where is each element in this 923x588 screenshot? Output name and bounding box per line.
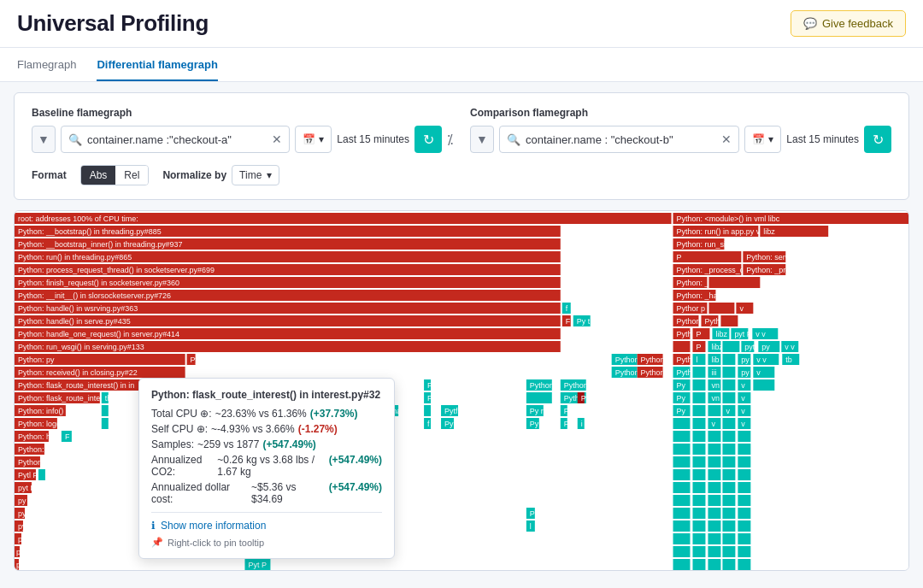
svg-rect-93 xyxy=(708,354,720,365)
svg-rect-77 xyxy=(758,341,779,352)
svg-rect-130 xyxy=(692,379,705,391)
svg-text:tho  lina: tho lina xyxy=(105,394,130,403)
svg-rect-91 xyxy=(692,354,705,365)
svg-rect-204 xyxy=(722,431,735,442)
svg-rect-281 xyxy=(738,546,750,557)
svg-rect-191 xyxy=(692,418,705,429)
svg-rect-264 xyxy=(15,520,23,532)
format-rel-button[interactable]: Rel xyxy=(115,166,148,185)
svg-rect-251 xyxy=(722,508,735,519)
comparison-refresh-button[interactable]: ↻ xyxy=(864,126,891,153)
baseline-time-label: Last 15 minutes xyxy=(337,133,409,145)
svg-rect-290 xyxy=(738,559,750,570)
baseline-section: Baseline flamegraph ▼ 🔍 ✕ 📅 ▾ Last 15 mi… xyxy=(32,107,453,153)
svg-rect-72 xyxy=(708,341,720,352)
svg-rect-192 xyxy=(708,418,720,429)
svg-rect-261 xyxy=(708,520,720,532)
svg-rect-146 xyxy=(578,392,585,403)
svg-rect-249 xyxy=(692,508,705,519)
svg-rect-139 xyxy=(102,392,109,403)
baseline-clear-icon[interactable]: ✕ xyxy=(272,132,282,146)
normalize-dropdown[interactable]: Time ▾ xyxy=(232,165,279,185)
svg-rect-210 xyxy=(708,444,720,455)
svg-rect-153 xyxy=(722,392,735,403)
svg-rect-278 xyxy=(692,546,705,557)
tabs-bar: Flamegraph Differential flamegraph xyxy=(0,48,923,82)
svg-rect-188 xyxy=(578,418,585,429)
controls-panel: Baseline flamegraph ▼ 🔍 ✕ 📅 ▾ Last 15 mi… xyxy=(14,92,909,200)
svg-rect-257 xyxy=(526,520,535,532)
svg-rect-4 xyxy=(15,226,561,237)
comparison-filter-icon[interactable]: ▼ xyxy=(470,126,494,153)
svg-rect-148 xyxy=(673,392,691,403)
svg-rect-190 xyxy=(673,418,691,429)
svg-rect-250 xyxy=(708,508,720,519)
svg-rect-186 xyxy=(561,418,567,429)
svg-rect-218 xyxy=(722,456,735,467)
tooltip-cpu-row: Total CPU ⊕: ~23.63% vs 61.36% (+37.73%) xyxy=(151,408,382,420)
tooltip-divider xyxy=(151,512,382,513)
svg-rect-222 xyxy=(38,469,45,480)
tooltip-dollar-row: Annualized dollar cost: ~$5.36 vs $34.69… xyxy=(151,481,382,505)
comparison-section: Comparison flamegraph ▼ 🔍 ✕ 📅 ▾ Last 15 … xyxy=(470,107,891,153)
svg-rect-289 xyxy=(722,559,735,570)
svg-rect-16 xyxy=(673,251,742,262)
svg-rect-166 xyxy=(561,405,567,416)
svg-rect-137 xyxy=(15,392,100,403)
svg-rect-134 xyxy=(738,379,750,391)
svg-rect-215 xyxy=(673,456,691,467)
format-abs-button[interactable]: Abs xyxy=(81,166,116,185)
feedback-button[interactable]: 💬 Give feedback xyxy=(791,10,906,37)
top-bar: Universal Profiling 💬 Give feedback xyxy=(0,0,923,48)
svg-rect-24 xyxy=(743,264,785,275)
svg-rect-128 xyxy=(673,379,691,391)
svg-rect-37 xyxy=(562,303,571,314)
svg-rect-287 xyxy=(692,559,705,570)
svg-rect-48 xyxy=(573,315,591,326)
flamegraph-canvas[interactable]: root: addresses 100% of CPU time: Python… xyxy=(15,211,908,570)
svg-rect-230 xyxy=(673,482,691,493)
svg-rect-237 xyxy=(673,495,691,506)
svg-rect-225 xyxy=(708,469,720,480)
svg-rect-89 xyxy=(673,354,691,365)
svg-rect-0 xyxy=(15,213,672,224)
baseline-calendar-button[interactable]: 📅 ▾ xyxy=(295,126,332,153)
svg-rect-26 xyxy=(15,277,561,288)
show-more-link[interactable]: ℹ Show more information xyxy=(151,520,382,532)
svg-rect-172 xyxy=(722,405,735,416)
baseline-filter-icon[interactable]: ▼ xyxy=(32,126,56,153)
svg-rect-46 xyxy=(562,315,571,326)
svg-rect-212 xyxy=(738,444,750,455)
tab-flamegraph[interactable]: Flamegraph xyxy=(17,48,76,81)
svg-rect-42 xyxy=(736,303,753,314)
svg-rect-241 xyxy=(738,495,750,506)
svg-rect-182 xyxy=(441,418,454,429)
svg-rect-164 xyxy=(526,405,544,416)
baseline-refresh-button[interactable]: ↻ xyxy=(414,126,442,153)
baseline-percent-icon[interactable]: ⁒ xyxy=(447,132,453,148)
svg-rect-63 xyxy=(731,328,748,339)
comparison-calendar-button[interactable]: 📅 ▾ xyxy=(744,126,781,153)
comparison-label: Comparison flamegraph xyxy=(470,107,891,119)
svg-rect-106 xyxy=(638,367,663,378)
flamegraph-area[interactable]: root: addresses 100% of CPU time: Python… xyxy=(14,210,909,571)
tab-differential[interactable]: Differential flamegraph xyxy=(97,48,218,81)
svg-rect-126 xyxy=(561,379,586,391)
svg-text:Pytf  Pytf  P:: Pytf Pytf P: xyxy=(427,381,465,390)
svg-rect-6 xyxy=(673,226,759,237)
svg-rect-33 xyxy=(673,290,716,301)
comparison-clear-icon[interactable]: ✕ xyxy=(721,132,732,146)
calendar-icon: 📅 xyxy=(303,133,315,145)
baseline-search-input[interactable] xyxy=(87,133,267,146)
svg-rect-74 xyxy=(722,341,739,352)
comparison-search-icon: 🔍 xyxy=(507,133,520,146)
svg-rect-10 xyxy=(15,238,561,250)
svg-rect-116 xyxy=(753,367,774,378)
svg-rect-194 xyxy=(722,418,735,429)
svg-rect-253 xyxy=(15,508,25,519)
flamegraph-tooltip: Python: flask_route_interest() in intere… xyxy=(138,378,395,559)
svg-rect-61 xyxy=(712,328,729,339)
comparison-search-input[interactable] xyxy=(526,133,716,146)
svg-rect-211 xyxy=(722,444,735,455)
normalize-label: Normalize by xyxy=(162,169,226,181)
